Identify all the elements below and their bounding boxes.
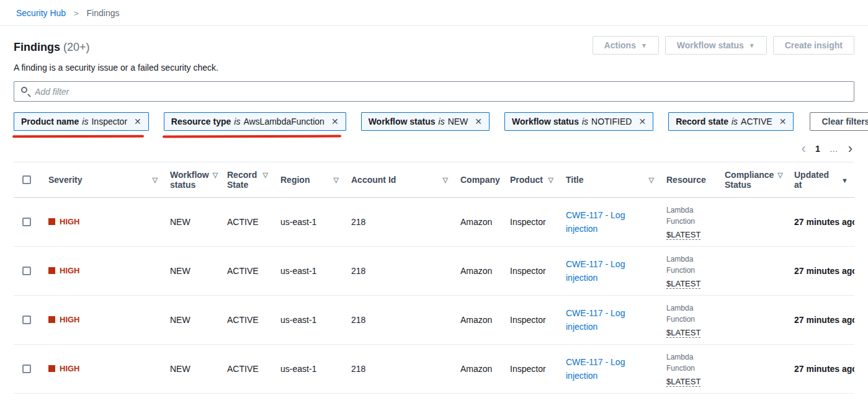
- actions-button[interactable]: Actions ▼: [593, 36, 659, 55]
- breadcrumb: Security Hub > Findings: [0, 0, 868, 26]
- resource-id[interactable]: $LATEST: [666, 230, 700, 240]
- sort-icon[interactable]: ▽: [263, 171, 268, 179]
- row-select-cell: [14, 198, 42, 247]
- caret-down-icon: ▼: [749, 43, 755, 49]
- column-header-updated_at[interactable]: Updated at▼: [788, 162, 854, 198]
- cell-updated_at: 27 minutes ago: [788, 247, 854, 296]
- breadcrumb-security-hub[interactable]: Security Hub: [16, 8, 66, 18]
- filter-chip-operator: is: [439, 117, 445, 126]
- column-header-record_state[interactable]: Record State▽: [221, 162, 274, 198]
- cell-account_id: 218: [345, 296, 454, 345]
- dismiss-icon[interactable]: ✕: [134, 117, 141, 126]
- sort-icon[interactable]: ▽: [548, 176, 553, 184]
- cell-region: us-east-1: [274, 296, 345, 345]
- resource-type: Lambda Function: [666, 205, 707, 227]
- column-label: Updated at: [794, 170, 838, 190]
- cell-product: Inspector: [504, 345, 560, 394]
- cell-title: CWE-117 - Log injection: [560, 296, 660, 345]
- breadcrumb-separator-icon: >: [74, 9, 79, 18]
- cell-record_state: ACTIVE: [221, 247, 274, 296]
- cell-title: CWE-117 - Log injection: [560, 247, 660, 296]
- column-label: Product: [510, 175, 543, 185]
- column-header-title[interactable]: Title▽: [560, 162, 660, 198]
- dismiss-icon[interactable]: ✕: [331, 117, 339, 126]
- cell-workflow_status: NEW: [164, 345, 221, 394]
- column-header-account_id[interactable]: Account Id▽: [345, 162, 454, 198]
- row-select-cell: [14, 296, 42, 345]
- severity-high-icon: [48, 365, 55, 372]
- cell-severity: HIGH: [42, 296, 164, 345]
- column-label: Account Id: [351, 175, 396, 185]
- row-checkbox[interactable]: [22, 365, 31, 373]
- finding-title-link[interactable]: CWE-117 - Log injection: [566, 355, 654, 383]
- sort-icon[interactable]: ▽: [334, 176, 339, 184]
- column-label: Company: [460, 175, 500, 185]
- add-filter-input[interactable]: [14, 81, 854, 102]
- row-checkbox[interactable]: [22, 316, 31, 324]
- filter-chip-value: NEW: [448, 117, 468, 126]
- row-checkbox[interactable]: [22, 267, 31, 275]
- severity-label: HIGH: [60, 364, 80, 373]
- cell-severity: HIGH: [42, 345, 164, 394]
- cell-account_id: 218: [345, 345, 454, 394]
- severity-high-icon: [48, 218, 55, 225]
- filter-chip: Record state is ACTIVE ✕: [668, 112, 794, 131]
- sort-icon[interactable]: ▽: [777, 171, 782, 179]
- cell-severity: HIGH: [42, 198, 164, 247]
- severity-high-icon: [48, 316, 55, 323]
- search-icon: [21, 87, 27, 93]
- select-all-checkbox[interactable]: [22, 175, 31, 184]
- filter-chip-operator: is: [582, 117, 588, 126]
- cell-resource: Lambda Function$LATEST: [660, 198, 718, 247]
- finding-title-link[interactable]: CWE-117 - Log injection: [566, 306, 654, 334]
- filter-chip-name: Resource type: [171, 117, 231, 126]
- dismiss-icon[interactable]: ✕: [779, 117, 787, 126]
- next-page-icon[interactable]: ›: [848, 144, 852, 153]
- column-header-resource: Resource: [660, 162, 718, 198]
- resource-id[interactable]: $LATEST: [666, 279, 700, 289]
- dismiss-icon[interactable]: ✕: [475, 117, 482, 126]
- column-header-severity[interactable]: Severity▽: [42, 162, 164, 198]
- sort-desc-icon[interactable]: ▼: [841, 177, 848, 184]
- column-label: Resource: [666, 175, 706, 185]
- actions-button-label: Actions: [604, 40, 636, 50]
- table-row: HIGHNEWACTIVEus-east-1218AmazonInspector…: [14, 296, 854, 345]
- row-checkbox[interactable]: [22, 218, 31, 226]
- filter-chip-operator: is: [732, 117, 738, 126]
- column-header-region[interactable]: Region▽: [274, 162, 345, 198]
- column-label: Region: [280, 175, 310, 185]
- sort-icon[interactable]: ▽: [443, 176, 448, 184]
- cell-product: Inspector: [504, 247, 560, 296]
- cell-compliance_status: [718, 198, 788, 247]
- page-title-text: Findings: [14, 41, 60, 53]
- clear-filters-button[interactable]: Clear filters: [810, 112, 868, 131]
- workflow-status-button[interactable]: Workflow status ▼: [665, 36, 767, 55]
- finding-title-link[interactable]: CWE-117 - Log injection: [566, 257, 654, 285]
- column-label: Record State: [227, 170, 259, 190]
- sort-icon[interactable]: ▽: [153, 176, 158, 184]
- cell-workflow_status: NEW: [164, 198, 221, 247]
- filter-chip-value: AwsLambdaFunction: [243, 117, 324, 126]
- resource-id[interactable]: $LATEST: [666, 328, 700, 338]
- cell-resource: Lambda Function$LATEST: [660, 345, 718, 394]
- sort-icon[interactable]: ▽: [649, 176, 654, 184]
- dismiss-icon[interactable]: ✕: [638, 117, 646, 126]
- resource-id[interactable]: $LATEST: [666, 377, 700, 387]
- finding-title-link[interactable]: CWE-117 - Log injection: [566, 208, 654, 236]
- cell-record_state: ACTIVE: [221, 345, 274, 394]
- cell-record_state: ACTIVE: [221, 296, 274, 345]
- column-header-compliance_status[interactable]: Compliance Status▽: [718, 162, 788, 198]
- create-insight-button[interactable]: Create insight: [773, 36, 854, 55]
- resource-type: Lambda Function: [666, 303, 707, 325]
- filter-chip-name: Workflow status: [369, 117, 436, 126]
- cell-product: Inspector: [504, 296, 560, 345]
- sort-icon[interactable]: ▽: [213, 171, 218, 179]
- previous-page-icon[interactable]: ‹: [802, 144, 806, 153]
- workflow-status-button-label: Workflow status: [677, 40, 744, 50]
- column-header-product[interactable]: Product▽: [504, 162, 560, 198]
- filter-chip: Resource type is AwsLambdaFunction ✕: [164, 112, 346, 131]
- pagination: ‹ 1 … ›: [14, 144, 854, 153]
- column-header-company: Company: [454, 162, 504, 198]
- column-header-workflow_status[interactable]: Workflow status▽: [164, 162, 221, 198]
- page-number-1[interactable]: 1: [815, 144, 820, 153]
